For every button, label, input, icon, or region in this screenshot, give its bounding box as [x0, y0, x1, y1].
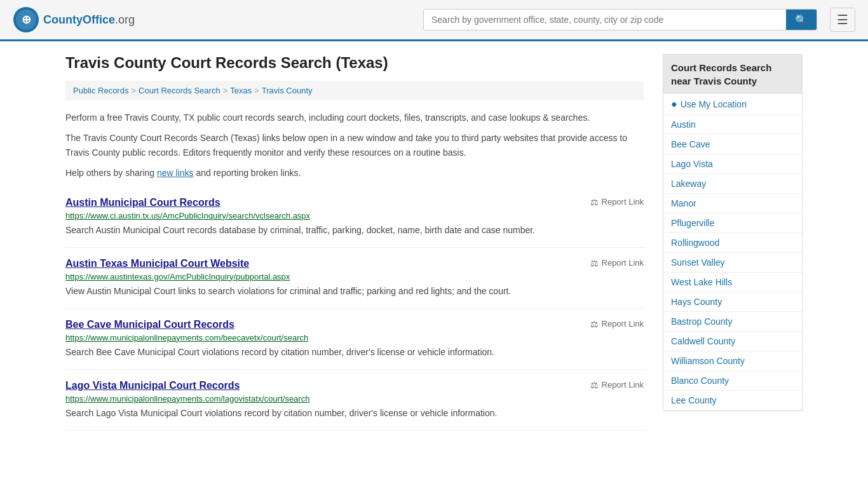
result-header: Austin Texas Municipal Court Website ⚖ R…: [65, 258, 644, 272]
sidebar-item-blanco-county[interactable]: Blanco County: [663, 371, 802, 391]
result-header: Bee Cave Municipal Court Records ⚖ Repor…: [65, 319, 644, 333]
hamburger-icon: ☰: [837, 13, 848, 27]
sidebar-section: Court Records Search near Travis County …: [663, 54, 803, 411]
report-link[interactable]: ⚖ Report Link: [590, 319, 644, 329]
breadcrumb-travis-county[interactable]: Travis County: [262, 86, 313, 95]
result-item: Austin Municipal Court Records ⚖ Report …: [65, 187, 644, 248]
result-title-link[interactable]: Austin Municipal Court Records: [65, 197, 220, 208]
desc3-text: Help others by sharing: [65, 168, 154, 178]
result-title-link[interactable]: Bee Cave Municipal Court Records: [65, 319, 234, 330]
report-icon: ⚖: [590, 319, 599, 329]
result-title-link[interactable]: Lago Vista Municipal Court Records: [65, 380, 240, 391]
sidebar-item-williamson-county[interactable]: Williamson County: [663, 351, 802, 371]
description-2: The Travis County Court Records Search (…: [65, 131, 644, 159]
logo-text: CountyOffice.org: [43, 13, 135, 27]
result-desc: Search Bee Cave Municipal Court violatio…: [65, 346, 644, 359]
sidebar-link[interactable]: Lago Vista: [671, 159, 713, 169]
breadcrumb-public-records[interactable]: Public Records: [73, 86, 128, 95]
report-label: Report Link: [602, 319, 644, 329]
sidebar-item-bee-cave[interactable]: Bee Cave: [663, 135, 802, 154]
breadcrumb-court-records-search[interactable]: Court Records Search: [139, 86, 220, 95]
main-content: Travis County Court Records Search (Texa…: [65, 54, 644, 431]
sidebar-link[interactable]: Caldwell County: [671, 336, 735, 346]
result-url[interactable]: https://www.austintexas.gov/AmcPublicInq…: [65, 272, 644, 281]
desc3b-text: and reporting broken links.: [196, 168, 301, 178]
report-link[interactable]: ⚖ Report Link: [590, 197, 644, 207]
logo-icon: ⊕: [13, 6, 39, 33]
results-list: Austin Municipal Court Records ⚖ Report …: [65, 187, 644, 431]
sidebar-header: Court Records Search near Travis County: [663, 55, 802, 94]
report-icon: ⚖: [590, 258, 599, 268]
site-logo[interactable]: ⊕ CountyOffice.org: [13, 6, 135, 33]
sidebar-item-austin[interactable]: Austin: [663, 115, 802, 135]
search-bar: 🔍: [423, 9, 817, 30]
page-container: Travis County Court Records Search (Texa…: [53, 41, 815, 444]
sidebar-link[interactable]: Lee County: [671, 395, 717, 405]
search-icon: 🔍: [795, 15, 808, 25]
result-header: Lago Vista Municipal Court Records ⚖ Rep…: [65, 380, 644, 394]
sidebar-item-hays-county[interactable]: Hays County: [663, 292, 802, 312]
sidebar-item-lakeway[interactable]: Lakeway: [663, 174, 802, 194]
report-link[interactable]: ⚖ Report Link: [590, 258, 644, 268]
sidebar-item-manor[interactable]: Manor: [663, 194, 802, 214]
description-1: Perform a free Travis County, TX public …: [65, 111, 644, 125]
report-label: Report Link: [602, 197, 644, 207]
sidebar-link[interactable]: Sunset Valley: [671, 257, 725, 268]
sidebar-item-rollingwood[interactable]: Rollingwood: [663, 233, 802, 253]
page-title: Travis County Court Records Search (Texa…: [65, 54, 644, 72]
result-item: Bee Cave Municipal Court Records ⚖ Repor…: [65, 309, 644, 370]
sidebar-link[interactable]: Bastrop County: [671, 316, 733, 327]
result-url[interactable]: https://www.municipalonlinepayments.com/…: [65, 394, 644, 403]
sidebar-link[interactable]: Williamson County: [671, 356, 745, 366]
sidebar-link[interactable]: Austin: [671, 119, 696, 130]
sidebar-item-bastrop-county[interactable]: Bastrop County: [663, 312, 802, 332]
report-icon: ⚖: [590, 380, 599, 390]
breadcrumb-texas[interactable]: Texas: [230, 86, 252, 95]
result-url[interactable]: https://www.ci.austin.tx.us/AmcPublicInq…: [65, 211, 644, 220]
result-url[interactable]: https://www.municipalonlinepayments.com/…: [65, 333, 644, 342]
use-location-link[interactable]: Use My Location: [681, 99, 747, 109]
report-link[interactable]: ⚖ Report Link: [590, 380, 644, 390]
sidebar-use-location[interactable]: ● Use My Location: [663, 94, 802, 115]
result-desc: Search Lago Vista Municipal Court violat…: [65, 407, 644, 420]
svg-text:⊕: ⊕: [22, 13, 31, 26]
search-button[interactable]: 🔍: [786, 10, 817, 30]
sidebar-link[interactable]: Lakeway: [671, 179, 706, 189]
breadcrumb-sep-3: >: [254, 86, 259, 95]
menu-button[interactable]: ☰: [830, 8, 855, 32]
sidebar-item-lago-vista[interactable]: Lago Vista: [663, 154, 802, 174]
sidebar-item-pflugerville[interactable]: Pflugerville: [663, 214, 802, 233]
report-label: Report Link: [602, 258, 644, 268]
sidebar-item-caldwell-county[interactable]: Caldwell County: [663, 332, 802, 351]
sidebar-link[interactable]: Bee Cave: [671, 139, 710, 149]
sidebar-item-west-lake-hills[interactable]: West Lake Hills: [663, 273, 802, 292]
sidebar-link[interactable]: Rollingwood: [671, 238, 719, 248]
result-desc: Search Austin Municipal Court records da…: [65, 224, 644, 237]
result-header: Austin Municipal Court Records ⚖ Report …: [65, 197, 644, 211]
sidebar-link[interactable]: West Lake Hills: [671, 277, 732, 287]
breadcrumb-sep-1: >: [131, 86, 136, 95]
sidebar-link[interactable]: Hays County: [671, 297, 722, 307]
result-item: Lago Vista Municipal Court Records ⚖ Rep…: [65, 370, 644, 431]
search-input[interactable]: [424, 10, 786, 30]
sidebar-link[interactable]: Blanco County: [671, 376, 729, 386]
report-label: Report Link: [602, 380, 644, 390]
sidebar-link[interactable]: Manor: [671, 198, 696, 208]
result-desc: View Austin Municipal Court links to sea…: [65, 285, 644, 298]
breadcrumb: Public Records > Court Records Search > …: [65, 81, 644, 100]
result-title-link[interactable]: Austin Texas Municipal Court Website: [65, 258, 249, 269]
breadcrumb-sep-2: >: [223, 86, 228, 95]
sidebar-link[interactable]: Pflugerville: [671, 218, 714, 228]
sidebar-item-sunset-valley[interactable]: Sunset Valley: [663, 253, 802, 273]
sidebar: Court Records Search near Travis County …: [663, 54, 803, 431]
result-item: Austin Texas Municipal Court Website ⚖ R…: [65, 248, 644, 309]
report-icon: ⚖: [590, 197, 599, 207]
new-links-link[interactable]: new links: [157, 168, 194, 178]
site-header: ⊕ CountyOffice.org 🔍 ☰: [0, 0, 868, 41]
description-3: Help others by sharing new links and rep…: [65, 166, 644, 180]
location-icon: ●: [671, 98, 677, 110]
sidebar-item-lee-county[interactable]: Lee County: [663, 391, 802, 410]
